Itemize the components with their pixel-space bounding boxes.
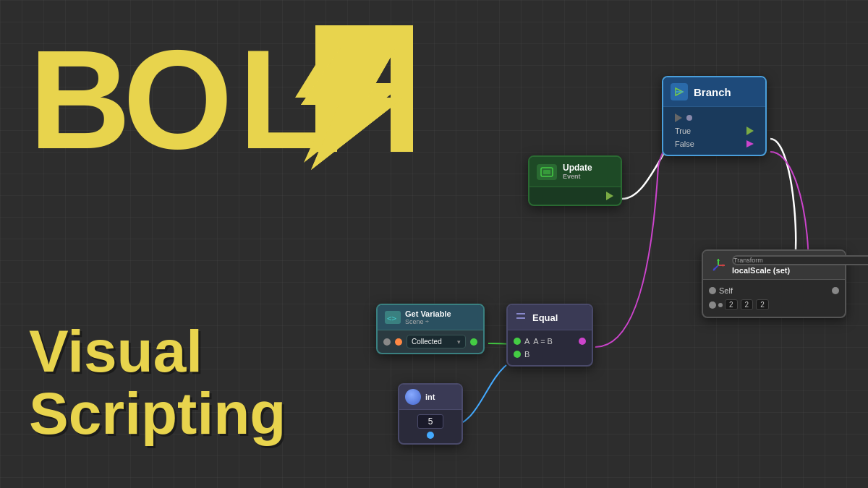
equal-a-label: A (524, 337, 529, 346)
get-variable-title: Get Variable (405, 309, 451, 318)
equal-b-row: B (514, 348, 586, 361)
equal-body: A A = B B (508, 330, 592, 365)
equal-title: Equal (532, 312, 558, 323)
update-event-icon (537, 164, 557, 180)
scripting-text: Scripting (29, 382, 286, 445)
transform-vec-in-port (709, 301, 716, 309)
svg-rect-2 (543, 170, 550, 174)
equal-b-in-port (514, 351, 521, 358)
branch-condition-in-port (686, 115, 692, 121)
branch-false-port (746, 140, 754, 147)
int-node[interactable]: int 5 (398, 383, 463, 445)
branch-true-label: True (675, 127, 691, 135)
bolt-o-letter: O (123, 20, 233, 174)
int-icon (405, 389, 421, 405)
svg-text:<>: <> (387, 314, 397, 322)
transform-self-in-port (709, 287, 716, 294)
transform-self-row: Self (709, 284, 839, 297)
t-right-stem (391, 25, 413, 152)
svg-marker-10 (717, 259, 720, 261)
equal-a-in-port (514, 338, 521, 345)
branch-input-row (669, 111, 760, 124)
branch-body: True False (663, 107, 765, 155)
transform-header: Transform localScale (set) (703, 251, 845, 280)
equal-ab-label: A = B (533, 337, 553, 346)
equal-result-out-port (579, 338, 586, 345)
equal-header: Equal (508, 305, 592, 330)
get-variable-body: Collected ▾ (378, 330, 483, 353)
get-variable-icon: <> (385, 311, 401, 324)
branch-node-header: Branch (663, 77, 765, 107)
int-body: 5 (399, 410, 461, 443)
equal-b-label: B (524, 350, 529, 359)
equal-icon (515, 310, 527, 325)
bolt-logo: B O L T (29, 14, 521, 174)
get-variable-type-port (395, 338, 402, 346)
transform-titles: Transform localScale (set) (732, 255, 868, 275)
get-variable-dropdown[interactable]: ▾ (457, 338, 461, 346)
update-event-body (529, 187, 621, 205)
branch-true-port (746, 127, 754, 135)
update-event-header: Update Event (529, 157, 621, 187)
branch-node[interactable]: Branch True False (662, 76, 767, 156)
get-variable-header: <> Get Variable Scene ÷ (378, 305, 483, 330)
get-variable-subtitle: Scene ÷ (405, 318, 451, 325)
transform-icon (710, 257, 726, 273)
branch-icon (671, 83, 688, 100)
int-header: int (399, 385, 461, 410)
bolt-b-letter: B (29, 20, 131, 174)
branch-false-row: False (669, 137, 760, 150)
visual-text: Visual (29, 320, 286, 382)
update-event-node[interactable]: Update Event (528, 155, 622, 206)
int-title: int (425, 393, 435, 401)
branch-flow-in-port (675, 114, 682, 122)
get-variable-node[interactable]: <> Get Variable Scene ÷ Collected ▾ (376, 304, 485, 354)
transform-self-label: Self (719, 286, 733, 295)
branch-true-row: True (669, 124, 760, 137)
transform-val-z[interactable]: 2 (756, 299, 769, 310)
visual-scripting-text: Visual Scripting (29, 320, 286, 445)
transform-vec-secondary-port (718, 303, 723, 307)
svg-marker-9 (723, 264, 725, 267)
transform-type-label: Transform (732, 255, 868, 265)
transform-val-y[interactable]: 2 (741, 299, 754, 310)
transform-values-row: 2 2 2 (709, 297, 839, 312)
equal-node[interactable]: Equal A A = B B (506, 304, 593, 367)
update-event-out-port (606, 192, 613, 200)
transform-val-x[interactable]: 2 (725, 299, 738, 310)
transform-method-label: localScale (set) (732, 266, 868, 275)
transform-self-out-port (832, 287, 839, 294)
get-variable-in-port (383, 338, 391, 346)
int-value[interactable]: 5 (417, 414, 443, 429)
branch-title: Branch (694, 86, 731, 98)
transform-body: Self 2 2 2 (703, 280, 845, 317)
get-variable-title-wrap: Get Variable Scene ÷ (405, 309, 451, 325)
get-variable-name-label: Collected (412, 338, 442, 346)
equal-a-row: A A = B (514, 335, 586, 348)
get-variable-out-port (470, 338, 477, 346)
int-out-port (427, 432, 434, 439)
int-value-text: 5 (428, 416, 433, 427)
transform-values: 2 2 2 (725, 299, 769, 310)
branch-false-label: False (675, 140, 694, 148)
update-event-title: Update Event (563, 163, 592, 181)
get-variable-name-input[interactable]: Collected ▾ (407, 335, 466, 348)
transform-node[interactable]: Transform localScale (set) Self 2 2 (702, 249, 846, 318)
